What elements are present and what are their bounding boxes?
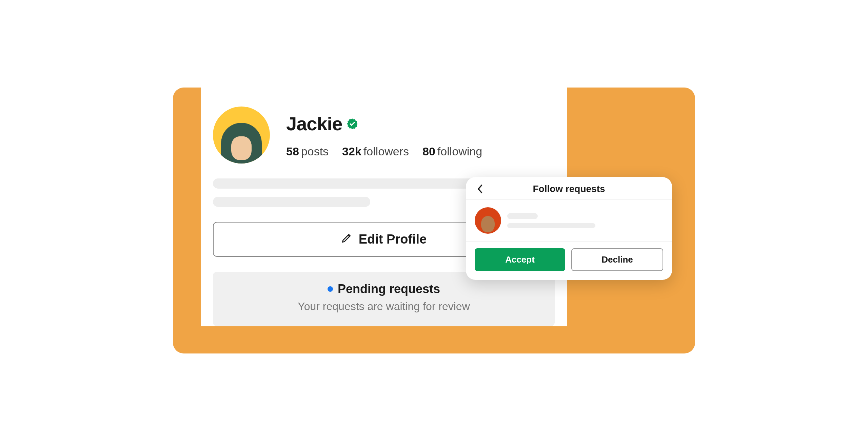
modal-title: Follow requests — [466, 184, 672, 194]
notification-dot-icon — [328, 286, 333, 292]
requester-avatar — [475, 207, 501, 234]
following-label: following — [437, 145, 482, 158]
edit-profile-label: Edit Profile — [359, 232, 427, 247]
pending-requests-card[interactable]: Pending requests Your requests are waiti… — [213, 272, 555, 326]
followers-label: followers — [363, 145, 409, 158]
follow-requests-modal: Follow requests Accept Decline — [466, 177, 672, 280]
profile-name: Jackie — [286, 113, 342, 135]
chevron-left-icon — [477, 184, 483, 194]
profile-stats: 58posts 32kfollowers 80following — [286, 145, 482, 158]
skeleton-line — [507, 213, 538, 219]
pending-title-row: Pending requests — [328, 282, 440, 296]
decline-button[interactable]: Decline — [571, 248, 663, 271]
modal-header: Follow requests — [466, 177, 672, 200]
posts-count: 58 — [286, 145, 299, 158]
avatar[interactable] — [213, 107, 270, 164]
skeleton-line — [213, 197, 370, 207]
profile-header: Jackie 58posts 32kfollowers — [213, 107, 555, 164]
posts-label: posts — [301, 145, 329, 158]
stat-followers[interactable]: 32kfollowers — [342, 145, 409, 158]
accept-button[interactable]: Accept — [475, 248, 565, 271]
pencil-icon — [341, 232, 353, 247]
app-canvas: Jackie 58posts 32kfollowers — [173, 88, 695, 353]
skeleton-line — [507, 223, 595, 228]
profile-name-row: Jackie — [286, 113, 482, 135]
pending-title: Pending requests — [338, 282, 440, 296]
profile-info: Jackie 58posts 32kfollowers — [286, 107, 482, 158]
following-count: 80 — [422, 145, 435, 158]
stat-posts[interactable]: 58posts — [286, 145, 329, 158]
requester-info — [507, 213, 663, 228]
pending-subtitle: Your requests are waiting for review — [223, 300, 545, 313]
followers-count: 32k — [342, 145, 361, 158]
modal-actions: Accept Decline — [466, 242, 672, 280]
follow-request-item[interactable] — [466, 200, 672, 242]
verified-badge-icon — [346, 118, 358, 130]
stat-following[interactable]: 80following — [422, 145, 482, 158]
back-button[interactable] — [475, 184, 485, 194]
